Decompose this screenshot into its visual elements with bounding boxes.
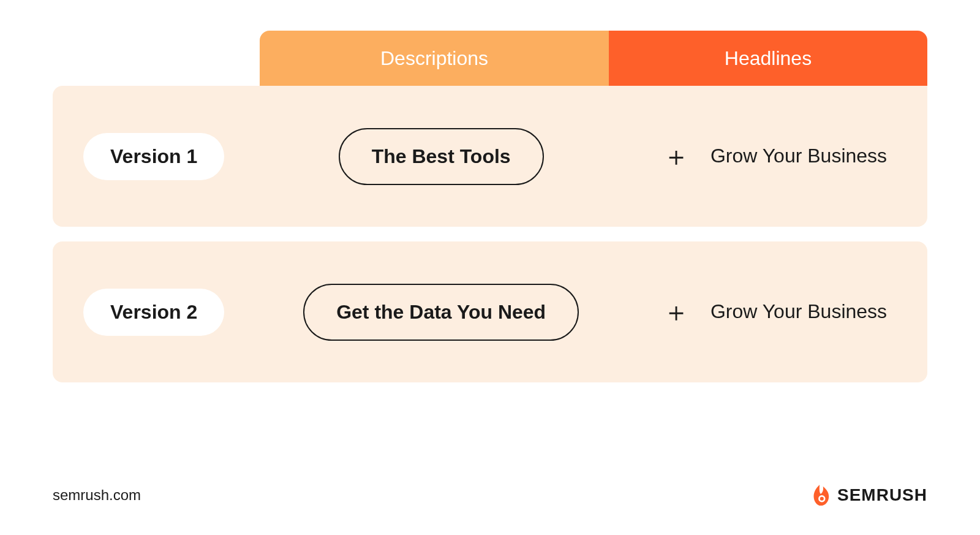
description-cell: Get the Data You Need bbox=[224, 284, 658, 341]
brand-name-text: SEMRUSH bbox=[837, 485, 927, 504]
plus-symbol: ＋ bbox=[663, 141, 690, 171]
description-text: Get the Data You Need bbox=[336, 301, 546, 323]
header-spacer bbox=[53, 31, 260, 86]
version-row: Version 1 The Best Tools ＋ Grow Your Bus… bbox=[53, 86, 927, 227]
description-text: The Best Tools bbox=[372, 145, 511, 167]
header-headlines: Headlines bbox=[609, 31, 927, 86]
footer: semrush.com SEMRUSH bbox=[53, 484, 927, 507]
header-headlines-label: Headlines bbox=[725, 47, 812, 70]
version-label: Version 1 bbox=[110, 145, 197, 167]
footer-url-text: semrush.com bbox=[53, 487, 141, 503]
svg-point-1 bbox=[820, 497, 824, 501]
footer-url: semrush.com bbox=[53, 487, 141, 504]
fire-icon bbox=[808, 484, 831, 507]
brand-logo: SEMRUSH bbox=[808, 484, 927, 507]
description-pill: Get the Data You Need bbox=[303, 284, 579, 341]
header-descriptions: Descriptions bbox=[260, 31, 609, 86]
header-descriptions-label: Descriptions bbox=[380, 47, 488, 70]
version-label: Version 2 bbox=[110, 301, 197, 323]
plus-symbol: ＋ bbox=[663, 297, 690, 327]
plus-icon: ＋ bbox=[658, 294, 695, 330]
header-row: Descriptions Headlines bbox=[53, 31, 927, 86]
version-pill: Version 2 bbox=[83, 289, 224, 336]
brand-name: SEMRUSH bbox=[837, 485, 927, 505]
headline-value: Grow Your Business bbox=[710, 145, 887, 167]
headline-text: Grow Your Business bbox=[695, 143, 903, 169]
version-row: Version 2 Get the Data You Need ＋ Grow Y… bbox=[53, 241, 927, 382]
headline-text: Grow Your Business bbox=[695, 299, 903, 325]
description-cell: The Best Tools bbox=[224, 128, 658, 185]
diagram-container: Descriptions Headlines Version 1 The Bes… bbox=[53, 31, 927, 382]
plus-icon: ＋ bbox=[658, 138, 695, 175]
headline-value: Grow Your Business bbox=[710, 300, 887, 322]
description-pill: The Best Tools bbox=[339, 128, 544, 185]
version-pill: Version 1 bbox=[83, 133, 224, 180]
